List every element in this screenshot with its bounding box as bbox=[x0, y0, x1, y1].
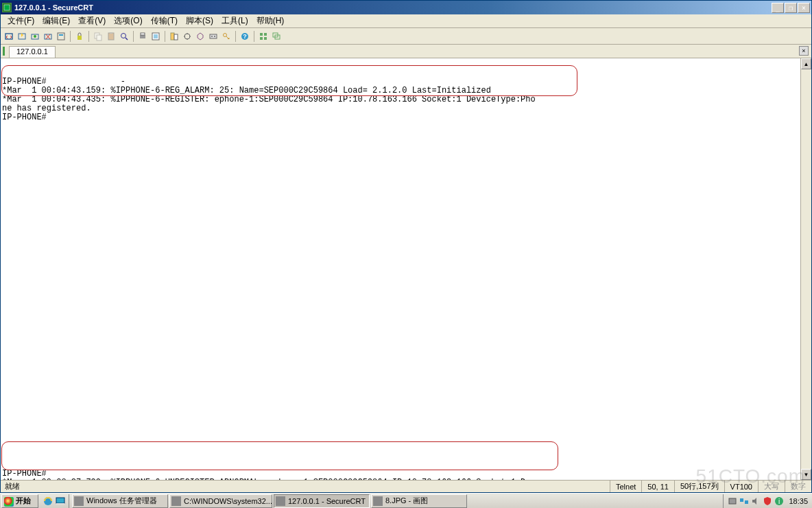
session-tab-bar: 127.0.0.1 × bbox=[1, 45, 811, 58]
task-taskmgr[interactable]: Windows 任务管理器 bbox=[72, 494, 168, 508]
tb-keymap-icon[interactable] bbox=[207, 30, 219, 43]
svg-rect-12 bbox=[110, 32, 112, 34]
clock[interactable]: 18:35 bbox=[786, 497, 808, 505]
tb-cascade-icon[interactable] bbox=[270, 30, 283, 43]
session-tab[interactable]: 127.0.0.1 bbox=[9, 46, 56, 58]
svg-text:i: i bbox=[778, 498, 780, 505]
ql-ie-icon[interactable] bbox=[43, 496, 53, 507]
tb-session-icon[interactable] bbox=[55, 30, 67, 43]
quick-launch bbox=[40, 494, 69, 508]
status-emulation: VT100 bbox=[724, 481, 758, 492]
status-ready: 就绪 bbox=[1, 481, 610, 492]
svg-rect-39 bbox=[729, 498, 736, 504]
svg-rect-30 bbox=[260, 33, 263, 36]
svg-rect-7 bbox=[59, 34, 63, 36]
status-size: 50行,157列 bbox=[674, 481, 724, 492]
term-line: IP-PHONE# bbox=[2, 77, 47, 86]
taskbar: 开始 Windows 任务管理器 C:\WINDOWS\system32... … bbox=[0, 493, 812, 508]
tray-shield-icon[interactable] bbox=[763, 496, 772, 506]
svg-rect-41 bbox=[745, 500, 748, 504]
svg-point-27 bbox=[224, 33, 227, 36]
term-line: IP-PHONE# bbox=[2, 469, 47, 478]
tb-lock-icon[interactable] bbox=[73, 30, 86, 43]
tb-disconnect-icon[interactable] bbox=[42, 30, 54, 43]
tb-options-icon[interactable] bbox=[181, 30, 193, 43]
start-button[interactable]: 开始 bbox=[1, 494, 38, 508]
terminal[interactable]: IP-PHONE# - *Mar 1 00:04:43.159: %IPPHON… bbox=[1, 58, 800, 480]
toolbar-separator bbox=[70, 31, 71, 42]
menu-tools[interactable]: 工具(L) bbox=[217, 14, 252, 28]
tb-copy-icon[interactable] bbox=[92, 30, 104, 43]
menu-view[interactable]: 查看(V) bbox=[74, 14, 110, 28]
toolbar: ? bbox=[1, 28, 811, 45]
menu-options[interactable]: 选项(O) bbox=[110, 14, 146, 28]
task-paint[interactable]: 8.JPG - 画图 bbox=[371, 494, 467, 508]
task-label: 127.0.0.1 - SecureCRT bbox=[288, 497, 366, 505]
tb-print-icon[interactable] bbox=[136, 30, 149, 43]
svg-rect-31 bbox=[264, 33, 267, 36]
menu-transfer[interactable]: 传输(T) bbox=[147, 14, 182, 28]
task-label: C:\WINDOWS\system32... bbox=[184, 497, 272, 505]
svg-rect-8 bbox=[77, 36, 82, 40]
svg-rect-38 bbox=[56, 503, 64, 505]
tb-hex-icon[interactable] bbox=[194, 30, 206, 43]
tray-info-icon[interactable]: i bbox=[774, 496, 784, 506]
tab-close-button[interactable]: × bbox=[799, 46, 809, 56]
ql-desktop-icon[interactable] bbox=[55, 496, 66, 507]
svg-rect-10 bbox=[97, 35, 102, 41]
tb-properties-icon[interactable] bbox=[150, 30, 162, 43]
term-line: *Mar 1 00:08:37.799: %IPPHONE-6-UNREGIST… bbox=[2, 478, 536, 480]
svg-point-13 bbox=[121, 33, 126, 38]
term-line: IP-PHONE# bbox=[2, 113, 47, 122]
scroll-track[interactable] bbox=[801, 69, 811, 469]
svg-rect-24 bbox=[210, 34, 217, 38]
task-label: 8.JPG - 画图 bbox=[385, 496, 428, 506]
svg-rect-16 bbox=[141, 33, 145, 35]
svg-rect-11 bbox=[108, 33, 114, 40]
menu-script[interactable]: 脚本(S) bbox=[182, 14, 217, 28]
term-line: *Mar 1 00:04:43.435: %IPPHONE-6-REGISTER… bbox=[2, 95, 536, 104]
toolbar-separator bbox=[88, 31, 89, 42]
app-icon bbox=[2, 3, 12, 12]
term-line: *Mar 1 00:04:43.159: %IPPHONE-6-REG_ALAR… bbox=[2, 86, 491, 95]
menu-edit[interactable]: 编辑(E) bbox=[38, 14, 74, 28]
vertical-scrollbar[interactable]: ▲ ▼ bbox=[800, 58, 811, 480]
restore-button[interactable]: ❐ bbox=[785, 3, 797, 13]
task-cmd[interactable]: C:\WINDOWS\system32... bbox=[169, 494, 272, 508]
tb-reconnect-icon[interactable] bbox=[29, 30, 41, 43]
svg-rect-0 bbox=[4, 5, 10, 10]
scroll-down-button[interactable]: ▼ bbox=[801, 469, 811, 480]
svg-rect-33 bbox=[264, 37, 267, 40]
tb-connect-icon[interactable] bbox=[3, 30, 15, 43]
tb-find-icon[interactable] bbox=[118, 30, 130, 43]
status-protocol: Telnet bbox=[610, 481, 641, 492]
status-caps: 大写 bbox=[758, 481, 785, 492]
title-bar: 127.0.0.1 - SecureCRT _ ❐ × bbox=[1, 1, 811, 14]
tb-key-icon[interactable] bbox=[220, 30, 232, 43]
app-window: 127.0.0.1 - SecureCRT _ ❐ × 文件(F) 编辑(E) … bbox=[0, 0, 812, 493]
taskbar-tasks: Windows 任务管理器 C:\WINDOWS\system32... 127… bbox=[69, 494, 723, 508]
svg-rect-6 bbox=[58, 33, 64, 40]
system-tray: i 18:35 bbox=[723, 494, 812, 508]
svg-text:?: ? bbox=[243, 33, 247, 40]
tray-volume-icon[interactable] bbox=[751, 496, 761, 506]
tb-quick-connect-icon[interactable] bbox=[16, 30, 28, 43]
terminal-wrap: IP-PHONE# - *Mar 1 00:04:43.159: %IPPHON… bbox=[1, 58, 811, 480]
tb-tile-icon[interactable] bbox=[257, 30, 270, 43]
tb-sessions-icon[interactable] bbox=[168, 30, 180, 43]
task-securecrt[interactable]: 127.0.0.1 - SecureCRT bbox=[274, 494, 370, 508]
tray-network-icon[interactable] bbox=[739, 496, 749, 506]
tray-icon[interactable] bbox=[728, 496, 737, 506]
tb-help-icon[interactable]: ? bbox=[239, 30, 251, 43]
scroll-up-button[interactable]: ▲ bbox=[801, 58, 811, 69]
menu-help[interactable]: 帮助(H) bbox=[252, 14, 289, 28]
svg-rect-37 bbox=[56, 498, 64, 503]
close-button[interactable]: × bbox=[798, 3, 810, 13]
tb-paste-icon[interactable] bbox=[105, 30, 117, 43]
status-cursor-pos: 50, 11 bbox=[641, 481, 674, 492]
minimize-button[interactable]: _ bbox=[772, 3, 784, 13]
window-buttons: _ ❐ × bbox=[772, 3, 810, 13]
toolbar-separator bbox=[254, 31, 254, 42]
menu-file[interactable]: 文件(F) bbox=[3, 14, 38, 28]
status-num: 数字 bbox=[785, 481, 811, 492]
